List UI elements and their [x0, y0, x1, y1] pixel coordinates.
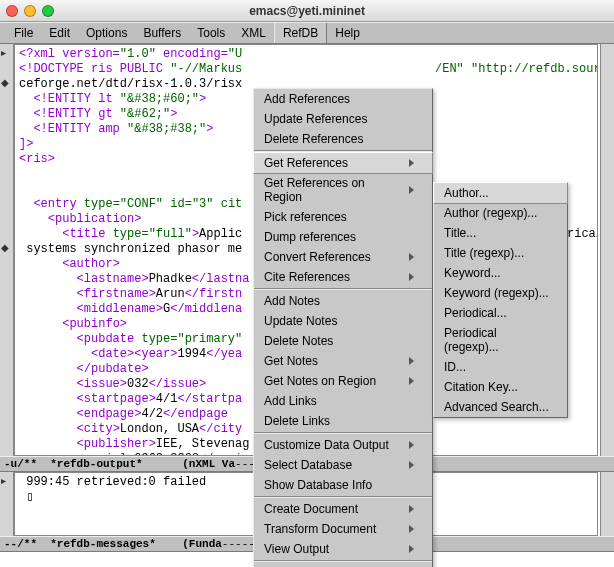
menu-tools[interactable]: Tools — [189, 23, 233, 43]
menu-item[interactable]: Pick references — [254, 207, 432, 227]
code-text: </ — [170, 302, 184, 316]
menu-help[interactable]: Help — [327, 23, 368, 43]
code-text: author — [69, 257, 112, 271]
menu-item-label: Delete Links — [264, 414, 330, 428]
submenu-item-label: Title... — [444, 226, 476, 240]
menu-xml[interactable]: XML — [233, 23, 274, 43]
scrollbar[interactable] — [600, 472, 614, 536]
menu-item[interactable]: Show Database Info — [254, 475, 432, 495]
code-text: systems synchronized phasor me — [19, 242, 242, 256]
code-text: < — [19, 287, 84, 301]
menu-item[interactable]: Cite References — [254, 267, 432, 287]
code-text: > — [134, 212, 141, 226]
menu-item[interactable]: Convert References — [254, 247, 432, 267]
menu-item[interactable]: Add Notes — [254, 291, 432, 311]
menu-item[interactable]: Add References — [254, 89, 432, 109]
code-text: id= — [163, 197, 192, 211]
menu-item-label: Update References — [264, 112, 367, 126]
menubar: File Edit Options Buffers Tools XML RefD… — [0, 22, 614, 44]
menu-options[interactable]: Options — [78, 23, 135, 43]
code-text: > — [206, 122, 213, 136]
submenu-item[interactable]: Keyword... — [434, 263, 567, 283]
menu-item-label: Get Notes — [264, 354, 318, 368]
menu-refdb[interactable]: RefDB — [274, 23, 327, 43]
menu-item[interactable]: Get Notes on Region — [254, 371, 432, 391]
menu-item-label: Convert References — [264, 250, 371, 264]
code-text: "CONF" — [120, 197, 163, 211]
menu-item[interactable]: Add Links — [254, 391, 432, 411]
menu-item[interactable]: Get Notes — [254, 351, 432, 371]
code-text: </ — [192, 272, 206, 286]
fold-icon[interactable]: ◆ — [1, 78, 11, 88]
code-text: <!ENTITY amp — [19, 122, 127, 136]
code-text: ceforge.net/dtd/risx-1.0.3/risx — [19, 77, 242, 91]
fold-icon[interactable]: ◆ — [1, 243, 11, 253]
menu-edit[interactable]: Edit — [41, 23, 78, 43]
submenu-item[interactable]: Advanced Search... — [434, 397, 567, 417]
scrollbar[interactable] — [600, 44, 614, 456]
code-text: pubdate — [84, 332, 134, 346]
submenu-item[interactable]: Title (regexp)... — [434, 243, 567, 263]
submenu-item[interactable]: ID... — [434, 357, 567, 377]
menu-file[interactable]: File — [6, 23, 41, 43]
menu-item[interactable]: Customize Data Output — [254, 435, 432, 455]
menu-item[interactable]: Delete Links — [254, 411, 432, 431]
code-text: <!DOCTYPE ris PUBLIC — [19, 62, 170, 76]
code-text: "full" — [149, 227, 192, 241]
code-text: middlename — [84, 302, 156, 316]
code-text: </ — [199, 422, 213, 436]
menu-item[interactable]: Delete References — [254, 129, 432, 149]
submenu-item[interactable]: Keyword (regexp)... — [434, 283, 567, 303]
code-text: 4/2 — [141, 407, 163, 421]
submenu-item[interactable]: Author (regexp)... — [434, 203, 567, 223]
menu-item[interactable]: Update References — [254, 109, 432, 129]
chevron-right-icon — [409, 273, 414, 281]
menu-item[interactable]: Update Notes — [254, 311, 432, 331]
menu-item[interactable]: View Output — [254, 539, 432, 559]
menu-item[interactable]: Dump references — [254, 227, 432, 247]
code-text: "3" — [192, 197, 214, 211]
menu-separator — [254, 288, 432, 290]
fringe-left: ▸ ◆ ◆ — [0, 44, 14, 456]
code-text: firstname — [84, 287, 149, 301]
menu-buffers[interactable]: Buffers — [135, 23, 189, 43]
code-text: <!ENTITY gt — [19, 107, 120, 121]
menu-item[interactable]: Get References — [253, 152, 433, 174]
menu-item-label: Update Notes — [264, 314, 337, 328]
code-text: issue — [163, 377, 199, 391]
code-text: publication — [55, 212, 134, 226]
titlebar: emacs@yeti.mininet — [0, 0, 614, 22]
code-text: "&#62;" — [120, 107, 170, 121]
menu-item[interactable]: Administration — [254, 563, 432, 567]
menu-item[interactable]: Get References on Region — [254, 173, 432, 207]
menu-separator — [254, 496, 432, 498]
code-text: <!ENTITY lt — [19, 92, 120, 106]
submenu-item[interactable]: Author... — [433, 182, 568, 204]
code-text: >< — [127, 347, 141, 361]
submenu-item-label: Periodical... — [444, 306, 507, 320]
submenu-item-label: Author (regexp)... — [444, 206, 537, 220]
submenu-item-label: Author... — [444, 186, 489, 200]
submenu-item[interactable]: Periodical (regexp)... — [434, 323, 567, 357]
code-text: < — [19, 302, 84, 316]
cursor: ▯ — [19, 490, 33, 504]
code-text: <?xml version= — [19, 47, 120, 61]
menu-item-label: Add Notes — [264, 294, 320, 308]
code-text: cit — [213, 197, 242, 211]
chevron-right-icon — [409, 441, 414, 449]
chevron-right-icon — [409, 159, 414, 167]
menu-item[interactable]: Delete Notes — [254, 331, 432, 351]
submenu-item[interactable]: Citation Key... — [434, 377, 567, 397]
menu-item[interactable]: Create Document — [254, 499, 432, 519]
code-text: > — [141, 272, 148, 286]
submenu-item[interactable]: Title... — [434, 223, 567, 243]
code-text: < — [19, 272, 84, 286]
menu-item[interactable]: Transform Document — [254, 519, 432, 539]
code-text: > — [113, 422, 120, 436]
submenu-item[interactable]: Periodical... — [434, 303, 567, 323]
code-text: "-//Markus — [170, 62, 242, 76]
code-text: Applic — [199, 227, 242, 241]
code-text: < — [19, 422, 84, 436]
menu-item-label: Dump references — [264, 230, 356, 244]
menu-item[interactable]: Select Database — [254, 455, 432, 475]
